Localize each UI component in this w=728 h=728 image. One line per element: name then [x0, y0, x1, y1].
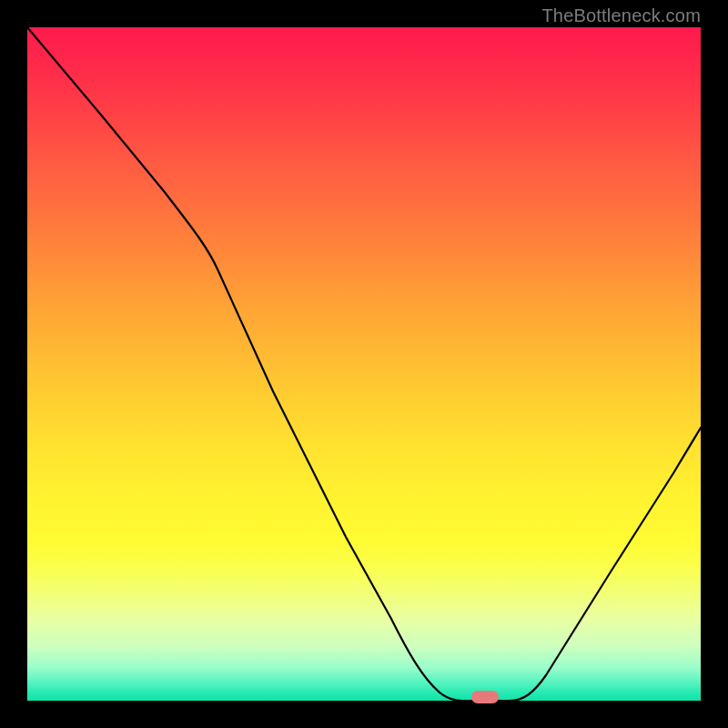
chart-plot-area — [27, 27, 701, 701]
watermark-text: TheBottleneck.com — [541, 5, 701, 26]
chart-frame: TheBottleneck.com — [0, 0, 728, 728]
optimal-marker — [471, 691, 499, 703]
